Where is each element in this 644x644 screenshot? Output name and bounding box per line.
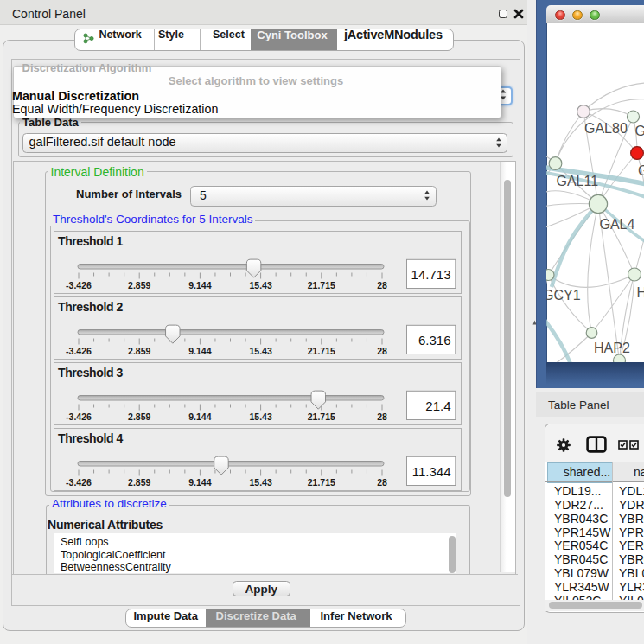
svg-text:28: 28 xyxy=(377,477,387,488)
svg-text:11.344: 11.344 xyxy=(412,464,451,479)
svg-text:15.43: 15.43 xyxy=(249,477,271,488)
svg-text:9.144: 9.144 xyxy=(188,411,211,421)
svg-text:21.4: 21.4 xyxy=(425,399,450,413)
svg-text:-3.426: -3.426 xyxy=(66,279,92,290)
svg-text:28: 28 xyxy=(377,411,387,421)
svg-text:2.859: 2.859 xyxy=(128,477,150,488)
svg-text:14.713: 14.713 xyxy=(411,267,451,282)
svg-text:-3.426: -3.426 xyxy=(66,477,92,488)
svg-text:GA: GA xyxy=(638,163,644,178)
svg-text:GCY1: GCY1 xyxy=(546,288,581,303)
svg-text:GAL80: GAL80 xyxy=(584,121,628,136)
svg-text:15.43: 15.43 xyxy=(249,279,271,290)
svg-text:15.43: 15.43 xyxy=(249,411,271,421)
svg-text:15.43: 15.43 xyxy=(249,345,271,355)
svg-text:28: 28 xyxy=(377,345,387,355)
svg-text:Threshold 3: Threshold 3 xyxy=(58,366,124,379)
svg-text:21.715: 21.715 xyxy=(308,279,335,290)
svg-text:H: H xyxy=(636,285,644,300)
svg-text:HAP2: HAP2 xyxy=(594,341,630,355)
svg-text:Threshold 1: Threshold 1 xyxy=(58,234,124,248)
svg-text:21.715: 21.715 xyxy=(308,477,335,488)
svg-text:2.859: 2.859 xyxy=(128,345,150,355)
svg-text:GAL11: GAL11 xyxy=(556,174,598,188)
svg-text:Threshold 4: Threshold 4 xyxy=(58,431,124,445)
svg-text:2.859: 2.859 xyxy=(128,279,150,290)
svg-text:-3.426: -3.426 xyxy=(66,345,92,355)
svg-text:2.859: 2.859 xyxy=(128,411,150,421)
svg-text:9.144: 9.144 xyxy=(188,477,211,488)
svg-text:21.715: 21.715 xyxy=(308,345,335,355)
svg-text:Threshold 2: Threshold 2 xyxy=(58,300,124,314)
svg-text:28: 28 xyxy=(377,279,387,290)
svg-text:21.715: 21.715 xyxy=(308,411,335,421)
svg-text:9.144: 9.144 xyxy=(188,345,211,355)
svg-text:9.144: 9.144 xyxy=(188,279,211,290)
svg-text:-3.426: -3.426 xyxy=(66,411,92,421)
svg-text:6.316: 6.316 xyxy=(418,333,451,348)
svg-text:GA: GA xyxy=(634,124,644,138)
svg-text:GAL4: GAL4 xyxy=(599,217,634,232)
